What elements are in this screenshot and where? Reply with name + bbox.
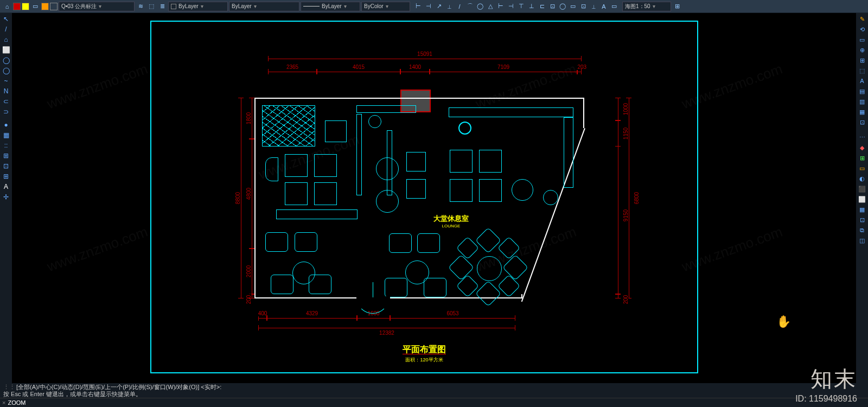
- edit-tool-icon[interactable]: ✎: [857, 14, 867, 24]
- properties-tool-icon[interactable]: ⊡: [857, 215, 867, 225]
- polyline2-tool-icon[interactable]: N: [1, 86, 11, 96]
- stone-hatch: [262, 105, 315, 147]
- dim-center-icon[interactable]: ⊥: [527, 2, 537, 11]
- dim-style-icon[interactable]: ⊡: [547, 2, 557, 11]
- counter: [356, 105, 416, 113]
- chair-sq: [406, 179, 426, 199]
- dim-ord-icon[interactable]: ⟂: [444, 2, 454, 11]
- rotate-tool-icon[interactable]: ⟲: [857, 24, 867, 34]
- dim-left-d: 200: [252, 294, 252, 298]
- watermark-diag: www.znzmo.com: [45, 61, 150, 113]
- match-tool-icon[interactable]: ⧉: [857, 225, 867, 235]
- copy-tool-icon[interactable]: ⊞: [857, 55, 867, 65]
- color-dropdown[interactable]: ByLayer ▾: [168, 2, 228, 11]
- scale-tool-icon[interactable]: ▭: [857, 35, 867, 44]
- array-tool-icon[interactable]: ▥: [857, 97, 867, 106]
- dim-tol-icon[interactable]: ⊤: [516, 2, 526, 11]
- drawing-title: 平面布置图 面积：120平方米: [403, 344, 446, 364]
- extend-tool-icon[interactable]: ⋯: [857, 132, 867, 142]
- lengthen-tool-icon[interactable]: ⬜: [857, 194, 867, 204]
- trim-tool-icon[interactable]: ⊡: [857, 117, 867, 127]
- hatch-tool-icon[interactable]: ▦: [1, 130, 11, 140]
- circle-tool-icon[interactable]: ◯: [1, 55, 11, 65]
- dim-arc-icon[interactable]: ↗: [434, 2, 444, 11]
- join-tool-icon[interactable]: ⊞: [857, 153, 867, 163]
- dim-angular-icon[interactable]: ◯: [475, 2, 485, 11]
- ellipse-tool-icon[interactable]: ⊂: [1, 97, 11, 106]
- dim-top-e: 203: [577, 72, 582, 72]
- rect-tool-icon[interactable]: ⬜: [1, 45, 11, 55]
- align-tool-icon[interactable]: ▦: [857, 205, 867, 214]
- plotstyle-value: ByColor: [364, 3, 384, 9]
- dim-jog-icon[interactable]: ⟂: [589, 2, 598, 11]
- point-tool-icon[interactable]: ●: [1, 120, 11, 130]
- chamfer-tool-icon[interactable]: ▭: [857, 163, 867, 173]
- dim-tri-icon[interactable]: △: [486, 2, 495, 11]
- watermark-diag: www.znzmo.com: [45, 224, 150, 276]
- table-square: [314, 154, 337, 177]
- ellipse-arc-tool-icon[interactable]: ⊃: [1, 107, 11, 117]
- pointer-tool-icon[interactable]: ↖: [1, 14, 11, 24]
- dim-bot-d: 6053: [390, 318, 515, 319]
- sofa-back: [449, 107, 573, 117]
- dim-update-icon[interactable]: ◯: [558, 2, 567, 11]
- table-square: [285, 154, 308, 177]
- move-tool-icon[interactable]: ⊕: [857, 45, 867, 55]
- dim-diameter-icon[interactable]: ⌒: [465, 2, 475, 11]
- dim-space-icon[interactable]: ⊡: [578, 2, 588, 11]
- dim-aligned-icon[interactable]: ⊣: [424, 2, 433, 11]
- drawing-canvas[interactable]: www.znzmo.com www.znzmo.com www.znzmo.co…: [12, 13, 856, 383]
- extra-tool-icon[interactable]: ⊞: [672, 2, 682, 11]
- color-swatch-red[interactable]: [13, 3, 21, 10]
- dim-base-icon[interactable]: ⊣: [506, 2, 516, 11]
- dim-assoc-icon[interactable]: ▭: [609, 2, 619, 11]
- region-tool-icon[interactable]: ⊞: [1, 151, 11, 161]
- scale-dropdown[interactable]: 海图1：50 ▾: [622, 2, 671, 11]
- table-tool-icon[interactable]: ⊞: [1, 171, 11, 181]
- app-icon[interactable]: ⌂: [2, 2, 12, 11]
- textstyle-tool-icon[interactable]: A: [857, 76, 867, 86]
- door-leaf: [373, 282, 373, 297]
- mirror-tool-icon[interactable]: ⬚: [857, 66, 867, 75]
- dim-linear-icon[interactable]: ⊢: [413, 2, 423, 11]
- offset-tool-icon[interactable]: ▤: [857, 86, 867, 96]
- armchair: [265, 232, 288, 252]
- group-tool-icon[interactable]: ◫: [857, 236, 867, 245]
- plotstyle-dropdown[interactable]: ByColor ▾: [361, 2, 410, 11]
- dim-cont-icon[interactable]: ⊢: [496, 2, 506, 11]
- color-swatch-empty[interactable]: [50, 3, 58, 10]
- layer-tool2-icon[interactable]: ⬚: [146, 2, 156, 11]
- dim-top-b: 4015: [317, 72, 400, 72]
- color-swatch-orange[interactable]: [41, 3, 49, 10]
- arc-tool-icon[interactable]: ◯: [1, 66, 11, 75]
- text-tool-icon[interactable]: A: [1, 182, 11, 192]
- block-tool-icon[interactable]: ⊡: [1, 161, 11, 171]
- chevron-down-icon: ▾: [201, 3, 203, 9]
- layer-dropdown[interactable]: Q•03 公共标注 ▾: [59, 2, 135, 11]
- armchair: [309, 275, 331, 294]
- color-swatch-yellow[interactable]: [22, 3, 29, 10]
- polyline-tool-icon[interactable]: ⌂: [1, 35, 11, 44]
- layer-icon[interactable]: ▭: [30, 2, 40, 11]
- command-input-row: ×: [0, 398, 868, 407]
- lineweight-dropdown[interactable]: ByLayer ▾: [301, 2, 360, 11]
- room-label: 大堂休息室 LOUNGE: [433, 214, 469, 228]
- explode-tool-icon[interactable]: ⬛: [857, 184, 867, 194]
- stretch-tool-icon[interactable]: ▦: [857, 107, 867, 117]
- break-tool-icon[interactable]: ◆: [857, 143, 867, 152]
- fillet-tool-icon[interactable]: ◐: [857, 174, 867, 183]
- dim-text-icon[interactable]: A: [599, 2, 609, 11]
- spline-tool-icon[interactable]: ~: [1, 76, 11, 86]
- line-tool-icon[interactable]: /: [1, 24, 11, 34]
- dim-radius-icon[interactable]: /: [455, 2, 464, 11]
- dim-edit-icon[interactable]: ⊏: [537, 2, 547, 11]
- dim-break-icon[interactable]: ▭: [568, 2, 578, 11]
- linetype-dropdown[interactable]: ByLayer ▾: [229, 2, 299, 11]
- command-input[interactable]: [8, 399, 866, 406]
- divide-tool-icon[interactable]: ::: [1, 141, 11, 150]
- layer-tool3-icon[interactable]: ≣: [157, 2, 167, 11]
- layer-tool-icon[interactable]: ≋: [136, 2, 145, 11]
- more-tool-icon[interactable]: ✢: [1, 192, 11, 202]
- table-round: [376, 190, 399, 213]
- armchair: [271, 275, 293, 294]
